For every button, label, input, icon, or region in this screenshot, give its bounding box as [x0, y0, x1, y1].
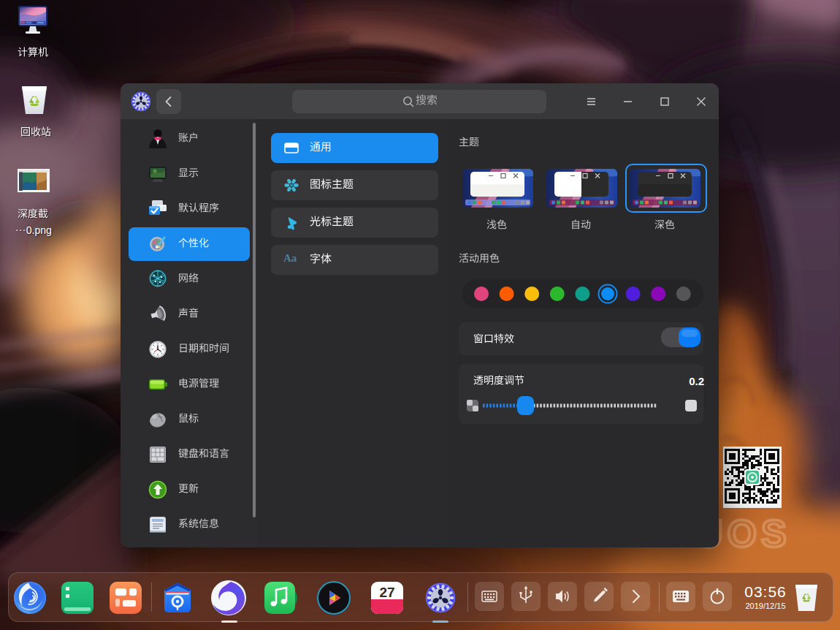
svg-text:27: 27: [379, 585, 394, 600]
